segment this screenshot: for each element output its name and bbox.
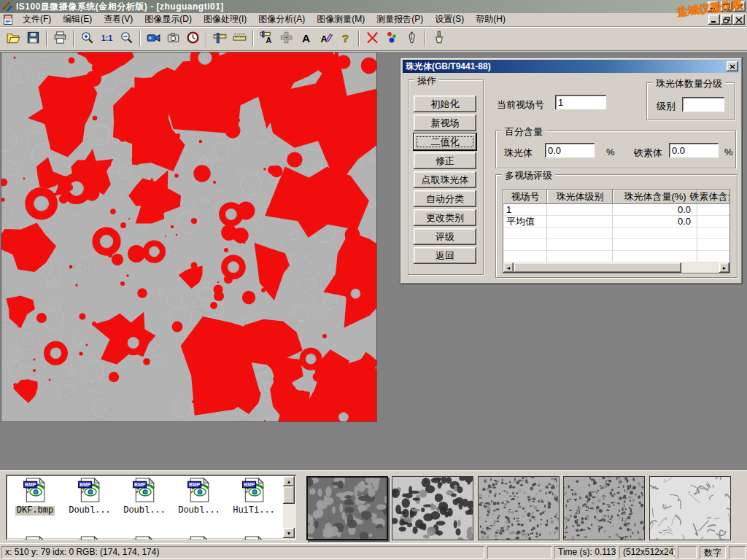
particles-button[interactable] bbox=[382, 29, 402, 49]
file-list: BMPBMPBMPBMPBMPBMPHuiTi...BMPDoubl...BMP… bbox=[6, 475, 296, 540]
table-row[interactable] bbox=[503, 228, 730, 239]
menu-item-7[interactable]: 图像测量(M) bbox=[311, 12, 371, 28]
scrollbar-thumb[interactable] bbox=[514, 262, 681, 273]
correct-button[interactable]: 修正 bbox=[414, 152, 476, 169]
text-button[interactable]: A bbox=[296, 29, 316, 49]
thumbnail-4[interactable] bbox=[563, 476, 645, 540]
file-item[interactable]: BMP bbox=[173, 536, 225, 540]
menu-item-3[interactable]: 查看(V) bbox=[98, 12, 139, 28]
column-header[interactable]: 视场号 bbox=[503, 190, 547, 204]
ruler-button[interactable] bbox=[230, 29, 249, 49]
metallographic-image[interactable] bbox=[1, 52, 376, 421]
file-item[interactable]: BMP bbox=[118, 536, 171, 540]
pearlite-percent-input[interactable] bbox=[545, 143, 595, 158]
child-minimize-button[interactable] bbox=[708, 15, 720, 25]
table-horizontal-scrollbar[interactable]: ◄ ► bbox=[503, 262, 729, 273]
current-field-input[interactable] bbox=[555, 95, 606, 109]
table-cell bbox=[503, 228, 547, 239]
document-icon[interactable] bbox=[2, 14, 14, 26]
file-item[interactable]: BMPDoubl... bbox=[63, 478, 116, 516]
table-row[interactable]: 平均值0.0 bbox=[503, 216, 730, 228]
open-button[interactable] bbox=[4, 29, 23, 49]
table-header: 视场号珠光体级别珠光体含量(%)铁素体含量(%) bbox=[503, 190, 730, 204]
scrollbar-thumb[interactable] bbox=[283, 486, 295, 504]
annotate-button[interactable]: A bbox=[316, 29, 336, 49]
init-button[interactable]: 初始化 bbox=[414, 96, 476, 112]
return-button[interactable]: 返回 bbox=[414, 247, 476, 264]
menu-item-5[interactable]: 图像处理(I) bbox=[198, 12, 252, 28]
menu-item-10[interactable]: 帮助(H) bbox=[470, 12, 511, 28]
help-button[interactable]: ? bbox=[336, 29, 355, 49]
scroll-up-arrow[interactable]: ▲ bbox=[283, 476, 295, 486]
bmp-file-icon: BMP bbox=[132, 478, 157, 502]
table-cell bbox=[697, 251, 730, 262]
dialog-title-bar[interactable]: 珠光体(GB/T9441-88) bbox=[403, 60, 740, 73]
dialog-close-button[interactable] bbox=[727, 61, 738, 71]
menu-item-8[interactable]: 测量报告(P) bbox=[371, 12, 429, 28]
new-field-button[interactable]: 新视场 bbox=[414, 114, 476, 131]
menu-item-2[interactable]: 编辑(E) bbox=[57, 12, 98, 28]
column-header[interactable]: 珠光体含量(%) bbox=[613, 190, 697, 204]
dialog-title: 珠光体(GB/T9441-88) bbox=[406, 61, 491, 73]
brush-tool-button[interactable] bbox=[429, 29, 449, 49]
child-close-button[interactable] bbox=[733, 15, 745, 25]
change-class-button[interactable]: 更改类别 bbox=[414, 209, 476, 226]
file-item[interactable]: BMP bbox=[9, 536, 61, 540]
scroll-right-arrow[interactable]: ► bbox=[719, 262, 729, 273]
save-button[interactable] bbox=[23, 29, 43, 49]
table-row[interactable] bbox=[503, 239, 730, 251]
thumbnail-5[interactable] bbox=[649, 476, 731, 540]
menu-item-6[interactable]: 图像分析(A) bbox=[252, 12, 311, 28]
rating-table: 视场号珠光体级别珠光体含量(%)铁素体含量(%) 10.0平均值0.0 ◄ ► bbox=[503, 189, 730, 273]
bmp-file-icon: BMP bbox=[187, 536, 212, 540]
pick-pearlite-button[interactable]: 点取珠光体 bbox=[414, 171, 476, 188]
thumbnail-1[interactable] bbox=[306, 476, 388, 540]
close-button[interactable] bbox=[734, 1, 746, 12]
curve-tool-button[interactable] bbox=[363, 29, 382, 49]
caliper-button[interactable] bbox=[210, 29, 230, 49]
file-item[interactable]: BMP bbox=[228, 536, 280, 540]
column-header[interactable]: 珠光体级别 bbox=[547, 190, 613, 204]
binarize-button[interactable]: 二值化 bbox=[414, 133, 476, 150]
toolbar-separator bbox=[252, 31, 254, 47]
auto-classify-button[interactable]: 自动分类 bbox=[414, 190, 476, 207]
grid-tool-icon bbox=[279, 31, 293, 47]
capture-button[interactable] bbox=[163, 29, 183, 49]
status-bar: x: 510 y: 79 idx: 0 RGB: (174, 174, 174)… bbox=[0, 543, 747, 560]
menu-item-1[interactable]: 文件(F) bbox=[17, 12, 57, 28]
zoom-in-button[interactable] bbox=[77, 29, 97, 49]
maximize-button[interactable] bbox=[721, 1, 732, 12]
level-input[interactable] bbox=[682, 97, 724, 112]
file-item[interactable]: BMPDoubl... bbox=[118, 478, 171, 516]
table-row[interactable] bbox=[503, 251, 730, 262]
thumbnail-3[interactable] bbox=[478, 476, 560, 540]
status-panel-empty-2 bbox=[678, 546, 697, 559]
file-list-scrollbar[interactable]: ▲ ▼ bbox=[283, 476, 295, 538]
scroll-down-arrow[interactable]: ▼ bbox=[283, 528, 295, 538]
svg-text:BMP: BMP bbox=[189, 482, 201, 487]
video-camera-button[interactable] bbox=[144, 29, 163, 49]
column-header[interactable]: 铁素体含量(%) bbox=[697, 190, 730, 204]
table-cell bbox=[547, 251, 613, 262]
file-item[interactable]: BMPHuiTi... bbox=[228, 478, 280, 516]
menu-item-4[interactable]: 图像显示(D) bbox=[139, 12, 198, 28]
minimize-button[interactable] bbox=[708, 1, 719, 12]
file-item[interactable]: BMPDKF.bmp bbox=[9, 478, 61, 516]
application-window: IS100显微摄像系统(金相分析版) - [zhuguangti01] 盐城仪器… bbox=[0, 0, 747, 560]
print-button[interactable] bbox=[50, 29, 70, 49]
table-row[interactable]: 10.0 bbox=[503, 204, 730, 216]
zoom-out-button[interactable] bbox=[117, 29, 136, 49]
grid-tool-button[interactable] bbox=[276, 29, 296, 49]
thumbnail-2[interactable] bbox=[392, 476, 473, 540]
ferrite-percent-input[interactable] bbox=[669, 143, 719, 158]
file-item[interactable]: BMP bbox=[63, 536, 116, 540]
rate-button[interactable]: 评级 bbox=[414, 228, 476, 245]
actual-size-button[interactable]: 1:1 bbox=[97, 29, 117, 49]
scroll-left-arrow[interactable]: ◄ bbox=[503, 262, 514, 273]
pen-tool-button[interactable] bbox=[402, 29, 422, 49]
menu-item-9[interactable]: 设置(S) bbox=[429, 12, 470, 28]
file-item[interactable]: BMPDoubl... bbox=[173, 478, 225, 516]
child-restore-button[interactable] bbox=[721, 15, 732, 25]
measure-text-button[interactable]: A bbox=[257, 29, 276, 49]
timer-button[interactable] bbox=[183, 29, 203, 49]
